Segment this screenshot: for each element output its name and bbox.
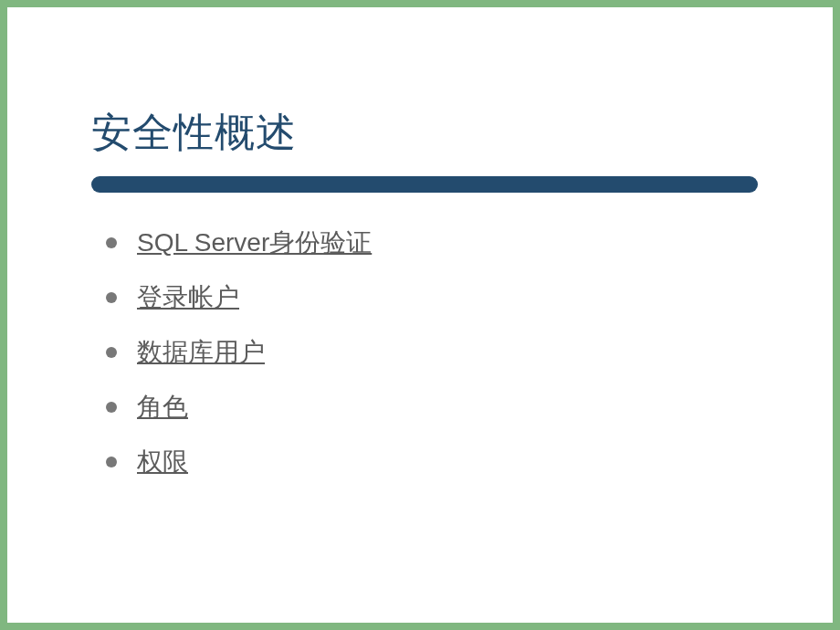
bullet-icon <box>106 347 117 358</box>
link-database-user[interactable]: 数据库用户 <box>137 335 265 370</box>
link-login-account[interactable]: 登录帐户 <box>137 280 239 315</box>
link-sql-server-auth[interactable]: SQL Server身份验证 <box>137 226 372 260</box>
content-list: SQL Server身份验证 登录帐户 数据库用户 角色 权限 <box>7 193 833 479</box>
bullet-icon <box>106 402 117 413</box>
title-divider <box>91 176 758 193</box>
divider-bar <box>91 176 758 193</box>
bullet-icon <box>106 292 117 303</box>
link-permission[interactable]: 权限 <box>137 445 188 479</box>
list-item: 数据库用户 <box>106 335 833 370</box>
list-item: 角色 <box>106 390 833 425</box>
slide-title: 安全性概述 <box>7 7 833 160</box>
list-item: 权限 <box>106 445 833 479</box>
list-item: 登录帐户 <box>106 280 833 315</box>
bullet-icon <box>106 457 117 467</box>
link-role[interactable]: 角色 <box>137 390 188 425</box>
list-item: SQL Server身份验证 <box>106 226 833 260</box>
bullet-icon <box>106 237 117 248</box>
slide-container: 安全性概述 SQL Server身份验证 登录帐户 数据库用户 角色 权限 <box>7 7 833 623</box>
